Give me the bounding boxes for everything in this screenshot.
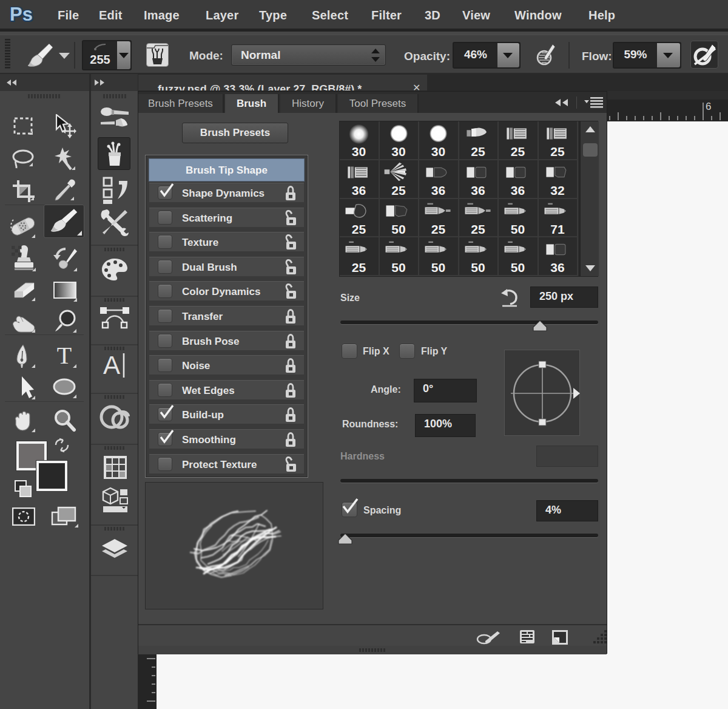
svg-text:T: T bbox=[57, 344, 72, 369]
svg-text:A: A bbox=[103, 351, 120, 379]
